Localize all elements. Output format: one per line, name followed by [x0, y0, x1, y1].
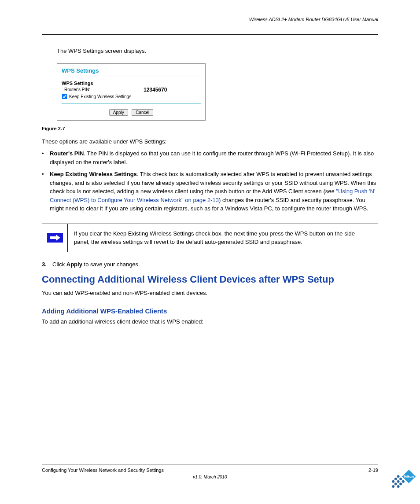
- settings-intro: These options are available under WPS Se…: [42, 137, 378, 146]
- bullet1-bold: Router's PIN: [50, 150, 84, 157]
- svg-point-10: [396, 485, 400, 488]
- note-callout: If you clear the Keep Existing Wireless …: [42, 224, 378, 252]
- svg-text:Telkom: Telkom: [404, 475, 414, 478]
- svg-point-5: [394, 477, 398, 481]
- step3-lead: Click: [52, 261, 66, 268]
- svg-point-7: [399, 482, 402, 486]
- svg-point-8: [391, 480, 395, 483]
- h2-para: You can add WPS-enabled and non-WPS-enab…: [42, 289, 378, 298]
- wps-settings-dialog: WPS Settings WPS Settings Router's PIN: …: [57, 63, 206, 121]
- divider: [62, 103, 201, 103]
- h3-para: To add an additional wireless client dev…: [42, 317, 378, 326]
- footer-left: Configuring Your Wireless Network and Se…: [42, 467, 164, 473]
- pin-label: Router's PIN:: [64, 87, 144, 92]
- intro-paragraph: The WPS Settings screen displays.: [57, 47, 378, 55]
- note-text: If you clear the Keep Existing Wireless …: [68, 224, 378, 252]
- footer-version: v1.0, March 2010: [42, 475, 378, 479]
- h3-heading: Adding Additional WPS-Enabled Clients: [42, 307, 378, 315]
- svg-point-9: [394, 482, 398, 486]
- figure-caption: Figure 2-7: [42, 126, 378, 131]
- header-doc-title: Wireless ADSL2+ Modem Router DG834GUv5 U…: [249, 17, 378, 22]
- bullet2-bold: Keep Existing Wireless Settings: [50, 171, 137, 177]
- keep-existing-label: Keep Existing Wireless Settings: [69, 94, 131, 99]
- step3-tail: to save your changes.: [82, 261, 140, 268]
- keep-existing-checkbox[interactable]: [62, 94, 67, 99]
- pin-value: 12345670: [144, 87, 167, 93]
- bullet1-text: . The PIN is displayed so that you can u…: [50, 150, 374, 166]
- footer-right: 2-19: [368, 467, 378, 473]
- h2-heading: Connecting Additional Wireless Client De…: [42, 274, 378, 285]
- header-rule: [42, 34, 378, 35]
- step3-bold: Apply: [66, 261, 82, 268]
- section-label: WPS Settings: [62, 81, 201, 86]
- dialog-title: WPS Settings: [62, 67, 201, 74]
- svg-point-2: [396, 475, 400, 478]
- note-arrow-icon: [46, 232, 64, 243]
- telkom-logo-icon: Telkom: [387, 468, 417, 499]
- apply-button[interactable]: Apply: [109, 109, 128, 116]
- cancel-button[interactable]: Cancel: [132, 109, 153, 116]
- svg-point-11: [391, 485, 395, 488]
- svg-point-6: [396, 480, 400, 483]
- bullet-item-pin: • Router's PIN. The PIN is displayed so …: [42, 149, 378, 166]
- step-number: 3.: [42, 260, 52, 269]
- divider: [62, 76, 201, 76]
- svg-point-4: [402, 480, 405, 483]
- svg-point-3: [399, 477, 402, 481]
- footer-rule: [42, 464, 378, 464]
- bullet-item-keep: • Keep Existing Wireless Settings. This …: [42, 170, 378, 213]
